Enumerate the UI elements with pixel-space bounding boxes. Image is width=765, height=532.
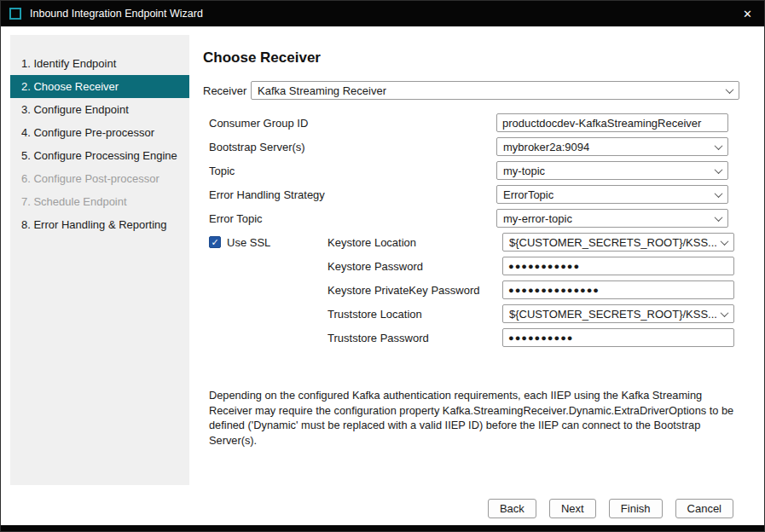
page-title: Choose Receiver [203,49,740,66]
error-handling-strategy-label: Error Handling Strategy [209,188,496,201]
form-row: Truststore Location ${CUSTOMER_SECRETS_R… [327,304,734,323]
keystore-location-label: Keystore Location [327,236,502,249]
error-topic-select[interactable]: my-error-topic [496,209,728,228]
error-topic-label: Error Topic [209,212,496,225]
keystore-privatekey-password-input[interactable] [502,280,734,299]
keystore-location-select[interactable]: ${CUSTOMER_SECRETS_ROOT}/KSS... [502,233,734,252]
topic-value: my-topic [503,165,545,177]
topic-select[interactable]: my-topic [496,161,728,180]
sidebar-item-schedule-endpoint: 7. Schedule Endpoint [10,190,189,213]
app-icon [9,8,21,20]
receiver-select-value: Kafka Streaming Receiver [258,84,386,97]
form-row: Bootstrap Server(s) mybroker2a:9094 [209,137,740,156]
form-row: Error Topic my-error-topic [209,209,740,228]
chevron-down-icon [715,189,723,198]
truststore-location-label: Truststore Location [327,308,502,321]
topic-label: Topic [209,165,496,177]
truststore-password-input[interactable] [502,328,734,347]
form-row: Keystore Password [327,257,734,275]
chevron-down-icon [715,142,723,150]
window-title: Inbound Integration Endpoint Wizard [30,8,203,20]
form-row: Error Handling Strategy ErrorTopic [209,185,740,204]
finish-button[interactable]: Finish [609,499,663,518]
form-row: Consumer Group ID [209,113,740,132]
keystore-privatekey-password-label: Keystore PrivateKey Password [327,284,502,297]
receiver-row: Receiver Kafka Streaming Receiver [203,81,740,100]
chevron-down-icon [721,237,729,246]
use-ssl-label: Use SSL [227,236,270,249]
consumer-group-id-input[interactable] [496,113,728,132]
use-ssl-row: ✓ Use SSL [209,233,327,252]
form-row: Keystore Location ${CUSTOMER_SECRETS_ROO… [327,233,734,252]
window-bottom-edge [1,525,764,531]
error-topic-value: my-error-topic [503,212,572,225]
chevron-down-icon [726,85,734,94]
titlebar: Inbound Integration Endpoint Wizard ✕ [1,1,764,26]
sidebar-item-configure-pre-processor[interactable]: 4. Configure Pre-processor [10,121,189,144]
wizard-window: Inbound Integration Endpoint Wizard ✕ 1.… [0,0,765,532]
ssl-fields: Keystore Location ${CUSTOMER_SECRETS_ROO… [327,233,734,352]
main-panel: Choose Receiver Receiver Kafka Streaming… [203,49,740,448]
consumer-group-id-label: Consumer Group ID [209,117,496,130]
keystore-password-label: Keystore Password [327,260,502,273]
sidebar-item-configure-endpoint[interactable]: 3. Configure Endpoint [10,98,189,121]
sidebar-item-configure-post-processor: 6. Configure Post-processor [10,167,189,190]
receiver-select[interactable]: Kafka Streaming Receiver [251,81,739,100]
kafka-note-text: Depending on the configured Kafka authen… [209,388,736,448]
sidebar-item-identify-endpoint[interactable]: 1. Identify Endpoint [10,52,189,75]
chevron-down-icon [715,213,723,222]
sidebar-item-configure-processing-engine[interactable]: 5. Configure Processing Engine [10,144,189,167]
form-row: Topic my-topic [209,161,740,180]
truststore-password-label: Truststore Password [327,332,502,344]
bootstrap-servers-value: mybroker2a:9094 [503,141,589,153]
truststore-location-value: ${CUSTOMER_SECRETS_ROOT}/KSS... [509,308,716,321]
form-row: Keystore PrivateKey Password [327,280,734,299]
error-handling-strategy-select[interactable]: ErrorTopic [496,185,728,204]
close-icon[interactable]: ✕ [732,8,756,20]
keystore-password-input[interactable] [502,257,734,275]
receiver-label: Receiver [203,84,251,97]
wizard-buttons: Back Next Finish Cancel [488,499,733,518]
chevron-down-icon [715,165,723,174]
receiver-config-form: Consumer Group ID Bootstrap Server(s) my… [209,113,740,352]
wizard-steps-sidebar: 1. Identify Endpoint 2. Choose Receiver … [10,35,189,485]
sidebar-item-choose-receiver[interactable]: 2. Choose Receiver [10,75,189,98]
form-row: Truststore Password [327,328,734,347]
bootstrap-servers-select[interactable]: mybroker2a:9094 [496,137,728,156]
error-handling-strategy-value: ErrorTopic [503,188,553,201]
keystore-location-value: ${CUSTOMER_SECRETS_ROOT}/KSS... [509,236,716,249]
cancel-button[interactable]: Cancel [675,499,733,518]
chevron-down-icon [721,309,729,317]
truststore-location-select[interactable]: ${CUSTOMER_SECRETS_ROOT}/KSS... [502,304,734,323]
bootstrap-servers-label: Bootstrap Server(s) [209,141,496,153]
ssl-section: ✓ Use SSL Keystore Location ${CUSTOMER_S… [209,233,740,352]
use-ssl-checkbox[interactable]: ✓ [209,236,221,248]
next-button[interactable]: Next [549,499,596,518]
sidebar-item-error-handling-reporting[interactable]: 8. Error Handling & Reporting [10,213,189,236]
back-button[interactable]: Back [488,499,536,518]
